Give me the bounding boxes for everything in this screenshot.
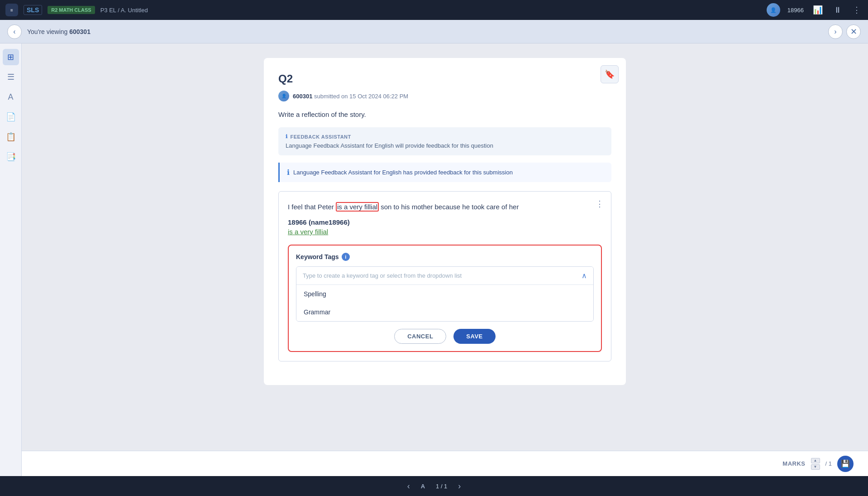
- content-card: Q2 👤 600301 submitted on 15 Oct 2024 06:…: [264, 58, 626, 385]
- info-icon: ℹ: [287, 168, 290, 177]
- sidebar-item-dashboard[interactable]: ⊞: [3, 49, 19, 65]
- tagged-text: is a very fillial: [288, 228, 602, 236]
- highlighted-phrase: is a very fillial: [336, 202, 379, 212]
- feedback-assistant-title: ℹ FEEDBACK ASSISTANT: [286, 134, 604, 140]
- keyword-actions: CANCEL SAVE: [296, 329, 594, 344]
- sidebar-item-annotations[interactable]: A: [3, 89, 19, 105]
- sidebar-item-report[interactable]: 📑: [3, 149, 19, 165]
- sub-header: ‹ You're viewing 600301 › ✕: [0, 20, 868, 43]
- marks-down-button[interactable]: ▼: [811, 464, 820, 470]
- sub-header-actions: › ✕: [828, 24, 861, 39]
- dropdown-option-spelling[interactable]: Spelling: [296, 285, 593, 303]
- more-menu-button[interactable]: ⋮: [851, 3, 863, 17]
- question-number: Q2: [278, 72, 611, 85]
- close-button[interactable]: ✕: [846, 24, 861, 39]
- sls-brand: SLS: [24, 5, 42, 15]
- viewing-label: You're viewing 600301: [27, 28, 91, 35]
- marks-label: MARKS: [782, 460, 805, 467]
- student-avatar: 👤: [278, 91, 289, 101]
- left-sidebar: ⊞ ☰ A 📄 📋 📑: [0, 43, 22, 476]
- info-circle-icon: ℹ: [286, 134, 288, 140]
- class-badge[interactable]: R2 MATH CLASS: [48, 6, 95, 14]
- chevron-up-icon[interactable]: ∧: [582, 271, 587, 280]
- marks-footer: MARKS ▲ ▼ / 1 💾: [22, 451, 868, 476]
- keyword-tags-info-icon[interactable]: i: [342, 253, 350, 261]
- submission-info: 👤 600301 submitted on 15 Oct 2024 06:22 …: [278, 91, 611, 101]
- submission-text: 600301 submitted on 15 Oct 2024 06:22 PM: [293, 93, 408, 100]
- feedback-assistant-desc: Language Feedback Assistant for English …: [286, 142, 604, 149]
- page-indicator: 1 / 1: [436, 483, 447, 490]
- question-text: Write a reflection of the story.: [278, 111, 611, 118]
- feedback-assistant-box: ℹ FEEDBACK ASSISTANT Language Feedback A…: [278, 127, 611, 155]
- bookmark-button[interactable]: 🔖: [601, 65, 619, 83]
- main-content: Q2 👤 600301 submitted on 15 Oct 2024 06:…: [22, 43, 868, 476]
- chart-icon-button[interactable]: 📊: [811, 3, 825, 17]
- more-options-button[interactable]: ⋮: [596, 199, 604, 209]
- save-marks-button[interactable]: 💾: [837, 456, 854, 472]
- feedback-provided-box: ℹ Language Feedback Assistant for Englis…: [278, 163, 611, 182]
- prev-page-button[interactable]: ‹: [407, 482, 410, 491]
- top-navbar: ≡ SLS R2 MATH CLASS P3 EL / A. Untitled …: [0, 0, 868, 20]
- answer-text: I feel that Peter is a very fillial son …: [288, 201, 602, 213]
- dropdown-input-row[interactable]: Type to create a keyword tag or select f…: [296, 267, 593, 285]
- save-disk-icon: 💾: [841, 459, 850, 468]
- auto-label: A: [421, 483, 425, 490]
- back-button[interactable]: ‹: [7, 24, 22, 39]
- dropdown-option-grammar[interactable]: Grammar: [296, 303, 593, 321]
- dropdown-placeholder-text: Type to create a keyword tag or select f…: [303, 272, 582, 279]
- student-name-label: 18966 (name18966): [288, 218, 602, 226]
- sidebar-item-list[interactable]: ☰: [3, 69, 19, 85]
- next-page-button[interactable]: ›: [458, 482, 461, 491]
- answer-area: I feel that Peter is a very fillial son …: [278, 191, 611, 361]
- nav-right-section: 👤 18966 📊 ⏸ ⋮: [767, 3, 863, 17]
- marks-slash: / 1: [825, 460, 832, 467]
- avatar[interactable]: 👤: [767, 3, 780, 17]
- sidebar-item-page[interactable]: 📄: [3, 109, 19, 125]
- nav-score: 18966: [787, 7, 804, 14]
- feedback-provided-text: Language Feedback Assistant for English …: [293, 169, 513, 176]
- bottom-navbar: ‹ A 1 / 1 ›: [0, 476, 868, 496]
- keyword-tags-dropdown[interactable]: Type to create a keyword tag or select f…: [296, 266, 594, 322]
- cancel-button[interactable]: CANCEL: [394, 329, 446, 344]
- keyword-tags-section: Keyword Tags i Type to create a keyword …: [288, 245, 602, 352]
- marks-up-button[interactable]: ▲: [811, 458, 820, 463]
- save-button[interactable]: SAVE: [453, 329, 495, 344]
- sidebar-item-clipboard[interactable]: 📋: [3, 129, 19, 145]
- pause-button[interactable]: ⏸: [832, 4, 844, 17]
- keyword-tags-header: Keyword Tags i: [296, 253, 594, 261]
- breadcrumb: P3 EL / A. Untitled: [100, 7, 148, 14]
- app-logo[interactable]: ≡: [5, 4, 18, 16]
- marks-stepper[interactable]: ▲ ▼: [811, 458, 820, 470]
- keyword-tags-label: Keyword Tags: [296, 253, 339, 260]
- next-student-button[interactable]: ›: [828, 24, 843, 39]
